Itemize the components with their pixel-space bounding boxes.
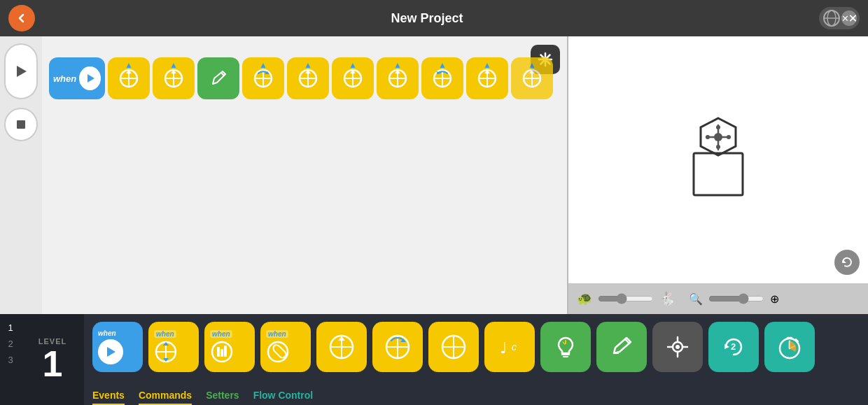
svg-point-52 [714,133,722,141]
svg-rect-4 [17,120,25,129]
close-btn-wrap [819,7,860,29]
globe-icon [822,8,841,28]
lightbulb-icon [552,334,579,360]
block-move-1[interactable]: ▲ [108,57,150,99]
canvas-area[interactable]: when ▲ [42,36,567,314]
robot-preview [568,36,868,283]
block-move-4[interactable]: ▲ [332,57,374,99]
when-text-3: when [210,330,232,338]
palette-block-when-wrench[interactable]: when [260,322,311,372]
refresh-button[interactable] [834,250,860,275]
block-move-5[interactable]: ▲ [377,57,419,99]
play-circle [79,66,101,90]
project-title: New Project [43,11,811,26]
move-icon-6 [477,68,498,89]
back-button[interactable] [8,5,35,31]
repeat-icon: 2 [720,334,747,360]
palette-block-when-move[interactable]: when [148,322,199,372]
blocks-row: when when when [84,314,868,380]
settings-icon [664,334,691,360]
tab-events[interactable]: Events [92,390,125,405]
level-3[interactable]: 3 [0,353,21,367]
palette-block-when-bars[interactable]: when [204,322,255,372]
svg-point-89 [676,345,680,349]
block-row: when ▲ [49,57,553,99]
bottom-panel: 1 2 3 LEVEL 1 when when [0,314,868,405]
main-content: when ▲ [0,36,868,314]
tab-setters[interactable]: Setters [206,390,239,405]
zoom-out-icon: 🔍 [689,292,703,306]
tab-flow-control[interactable]: Flow Control [253,390,314,405]
wrench-icon [266,340,290,364]
svg-rect-48 [694,153,743,195]
blocks-palette: when when when [84,314,868,405]
palette-block-move[interactable] [316,322,367,372]
block-move-3[interactable]: ▲ [287,57,329,99]
block-move-2[interactable]: ▲ [153,57,195,99]
pen-icon [209,69,228,88]
svg-marker-3 [17,66,27,77]
palette-block-when-play[interactable]: when [92,322,143,372]
bars-icon [210,340,234,364]
left-side: when ▲ [0,36,567,314]
svg-point-55 [706,135,710,139]
level-value: 1 [43,346,63,382]
move-circle-icon [328,334,355,360]
level-display: LEVEL 1 [21,314,84,405]
close-button[interactable] [841,10,857,26]
zoom-slider[interactable] [708,293,764,304]
block-pen[interactable] [197,57,239,99]
move-icon-7 [522,68,542,89]
palette-block-settings[interactable] [652,322,703,372]
right-panel: 🐢 🐇 🔍 ⊕ [567,36,868,314]
level-2[interactable]: 2 [0,337,21,350]
block-rotate-2[interactable]: ▲ [421,57,463,99]
turtle-icon: 🐢 [577,291,592,306]
palette-block-cross[interactable] [428,322,479,372]
stop-button[interactable] [4,108,38,141]
block-move-6[interactable]: ▲ [466,57,508,99]
block-rotate-1[interactable]: ▲ [242,57,284,99]
when-label: when [53,73,76,84]
svg-text:2: 2 [731,341,736,352]
svg-rect-66 [220,349,223,357]
palette-block-lightbulb[interactable] [540,322,591,372]
rotate-icon-2 [432,68,453,89]
svg-text:c: c [512,341,517,353]
svg-point-56 [727,135,731,139]
rotate-circle-icon [384,334,411,360]
palette-block-music[interactable]: ♩ c [484,322,535,372]
level-1[interactable]: 1 [0,321,21,334]
controls-left [0,36,42,314]
palette-block-rotate[interactable] [372,322,423,372]
level-numbers: 1 2 3 [0,314,21,405]
category-tabs: Events Commands Setters Flow Control [84,380,868,405]
when-block[interactable]: when [49,57,105,99]
svg-marker-72 [338,336,345,341]
svg-marker-10 [88,74,94,83]
palette-block-repeat[interactable]: 2 [708,322,759,372]
speed-slider[interactable] [598,293,654,304]
robot-controls: 🐢 🐇 🔍 ⊕ [568,283,868,314]
move-icon-4 [342,68,363,89]
svg-rect-67 [224,346,227,357]
robot-svg [673,115,764,206]
svg-marker-58 [107,347,115,357]
move-icon-5 [387,68,408,89]
top-bar: New Project [0,0,868,36]
when-text-1: when [98,329,116,337]
music-icon: ♩ c [496,334,523,360]
palette-block-pencil[interactable] [596,322,647,372]
tab-commands[interactable]: Commands [139,390,192,405]
palette-block-timer[interactable] [764,322,815,372]
level-section: 1 2 3 LEVEL 1 [0,314,84,405]
block-move-7[interactable]: ▲ [511,57,553,99]
timer-icon [776,334,803,360]
when-text-4: when [266,330,288,338]
move-icon-3 [298,68,318,89]
svg-marker-57 [843,260,846,263]
rabbit-icon: 🐇 [659,291,675,306]
move-icon-1 [118,68,139,89]
svg-point-54 [716,145,720,149]
play-button[interactable] [4,43,38,99]
